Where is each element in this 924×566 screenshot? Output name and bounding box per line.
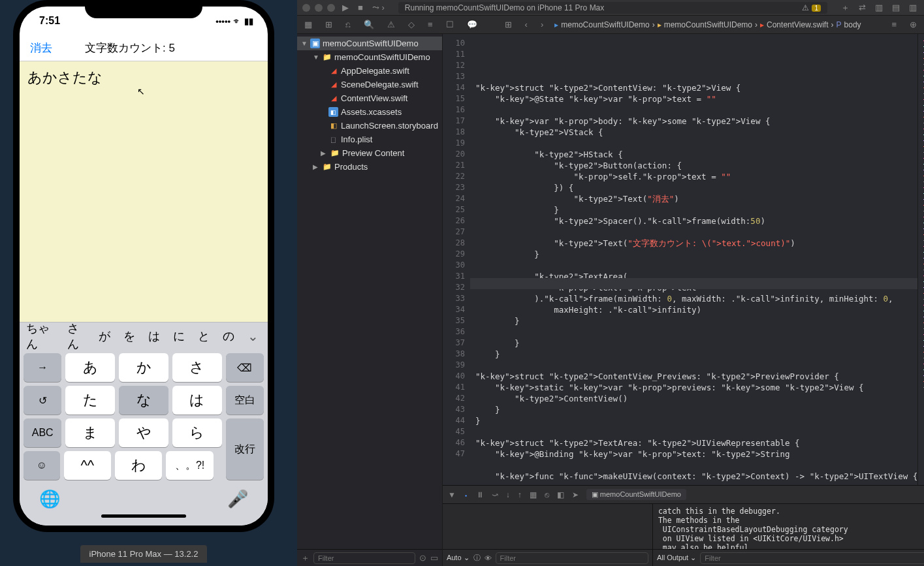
jump-bar[interactable]: ▦ ⊞ ⎌ 🔍 ⚠ ◇ ≡ ☐ 💬 ⊞ ‹ › ▸memoCountSwiftU…	[297, 16, 924, 34]
key[interactable]: わ	[115, 451, 162, 480]
variables-filter-input[interactable]	[496, 552, 648, 564]
key-space[interactable]: 空白	[226, 386, 264, 415]
tree-file[interactable]: ◢ AppDelegate.swift	[297, 64, 442, 78]
suggestion[interactable]: と	[191, 328, 216, 344]
nav-tab-icon[interactable]: ◇	[406, 20, 417, 29]
run-button[interactable]: ▶	[340, 3, 351, 12]
panel-bottom-icon[interactable]: ▤	[890, 3, 902, 12]
nav-tab-icon[interactable]: ≡	[426, 20, 435, 29]
key[interactable]: や	[119, 418, 168, 447]
activity-status: Running memoCountSwiftUIDemo on iPhone 1…	[398, 2, 827, 14]
minimap[interactable]	[917, 34, 924, 485]
recent-icon[interactable]: ⊙	[419, 553, 426, 563]
nav-tab-icon[interactable]: ☐	[444, 20, 456, 29]
suggestion[interactable]: が	[92, 328, 117, 344]
key-return[interactable]: 改行	[226, 418, 264, 480]
breakpoint-icon[interactable]: ⬩	[464, 490, 468, 499]
location-icon[interactable]: ➤	[572, 490, 579, 499]
text-area[interactable]: あかさたな	[20, 61, 268, 322]
key-undo[interactable]: ↺	[24, 386, 61, 415]
clear-button[interactable]: 消去	[30, 40, 52, 55]
tree-file[interactable]: ◧ LaunchScreen.storyboard	[297, 119, 442, 133]
home-indicator[interactable]	[101, 514, 186, 518]
window-controls[interactable]	[302, 4, 335, 12]
key[interactable]: か	[119, 353, 168, 382]
back-icon[interactable]: ‹	[523, 20, 530, 29]
memory-icon[interactable]: ⎋	[545, 490, 549, 499]
key-next[interactable]: →	[24, 353, 61, 382]
tree-group[interactable]: ▼ 📁memoCountSwiftUIDemo	[297, 50, 442, 64]
console-output[interactable]: catch this in the debugger. The methods …	[653, 504, 924, 549]
key-emoji[interactable]: ☺	[24, 451, 60, 480]
key[interactable]: な	[119, 386, 168, 415]
tree-project-root[interactable]: ▼▣ memoCountSwiftUIDemo	[297, 37, 442, 50]
auto-selector[interactable]: Auto ⌄	[447, 554, 470, 562]
tree-group[interactable]: ▶ 📁Preview Content	[297, 146, 442, 160]
key-abc[interactable]: ABC	[24, 418, 61, 447]
key[interactable]: ^^	[64, 451, 111, 480]
pause-icon[interactable]: ⏸	[476, 490, 484, 499]
suggestion[interactable]: の	[216, 328, 241, 344]
stop-button[interactable]: ■	[356, 3, 365, 12]
step-in-icon[interactable]: ↓	[506, 490, 510, 499]
output-selector[interactable]: All Output ⌄	[657, 554, 696, 562]
key[interactable]: は	[172, 386, 222, 415]
search-icon[interactable]: 🔍	[362, 20, 376, 29]
project-navigator[interactable]: ▼▣ memoCountSwiftUIDemo ▼ 📁memoCountSwif…	[297, 34, 443, 566]
suggestion[interactable]: は	[142, 328, 167, 344]
warning-badge[interactable]: 1	[812, 5, 821, 12]
key[interactable]: さ	[172, 353, 222, 382]
editor-options-icon[interactable]: ≡	[889, 20, 899, 29]
nav-tab-icon[interactable]: ⊞	[323, 20, 334, 29]
key[interactable]: あ	[65, 353, 115, 382]
tree-group[interactable]: ▶ 📁Products	[297, 160, 442, 174]
tree-file[interactable]: ⎕ Info.plist	[297, 133, 442, 146]
plus-icon[interactable]: ＋	[301, 552, 310, 564]
scheme-selector[interactable]: ⤳ ›	[370, 3, 387, 12]
code-review-icon[interactable]: ⇄	[857, 3, 868, 12]
tree-file[interactable]: ◢ ContentView.swift	[297, 91, 442, 105]
related-items-icon[interactable]: ⊞	[503, 20, 514, 29]
nav-title: 文字数カウント: 5	[85, 40, 175, 55]
key[interactable]: ま	[65, 418, 115, 447]
code-content[interactable]: "k-key">struct "k-type2">ContentView: "k…	[470, 34, 917, 485]
panel-left-icon[interactable]: ▥	[873, 3, 885, 12]
key[interactable]: 、。?!	[166, 451, 213, 480]
forward-icon[interactable]: ›	[539, 20, 545, 29]
add-editor-icon[interactable]: ⊕	[908, 20, 919, 29]
keyboard-suggestions[interactable]: ちゃん さん が を は に と の ⌄	[20, 322, 268, 349]
warnings-icon[interactable]: ⚠	[385, 20, 397, 29]
nav-tab-icon[interactable]: ⎌	[343, 20, 353, 29]
key[interactable]: ら	[172, 418, 222, 447]
keyboard[interactable]: → あ か さ ⌫ ↺ た な は 空白 ABC ま や ら	[20, 349, 268, 526]
line-gutter: 10 11 12 13 14 15 16 17 18 19 20 21 22 2…	[443, 34, 470, 485]
navigator-filter-input[interactable]	[313, 552, 415, 564]
hide-debug-icon[interactable]: ▼	[448, 490, 456, 499]
suggestion[interactable]: ちゃん	[20, 321, 61, 352]
view-debug-icon[interactable]: ▦	[530, 490, 537, 499]
suggestion[interactable]: さん	[61, 321, 92, 352]
scm-icon[interactable]: ▭	[430, 553, 438, 563]
breadcrumb[interactable]: ▸memoCountSwiftUIDemo › ▸memoCountSwiftU…	[554, 20, 861, 29]
nav-tab-icon[interactable]: ▦	[302, 20, 314, 29]
tree-file[interactable]: ◧ Assets.xcassets	[297, 105, 442, 119]
key-delete[interactable]: ⌫	[226, 353, 264, 382]
suggestion[interactable]: に	[167, 328, 191, 344]
plus-icon[interactable]: ＋	[839, 2, 852, 14]
console-filter-input[interactable]	[700, 552, 924, 564]
chevron-down-icon[interactable]: ⌄	[241, 328, 268, 344]
panel-right-icon[interactable]: ▥	[907, 3, 919, 12]
step-out-icon[interactable]: ↑	[518, 490, 522, 499]
globe-icon[interactable]: 🌐	[39, 489, 60, 509]
code-editor[interactable]: 10 11 12 13 14 15 16 17 18 19 20 21 22 2…	[443, 34, 924, 485]
mic-icon[interactable]: 🎤	[227, 489, 248, 509]
nav-tab-icon[interactable]: 💬	[465, 20, 479, 29]
step-over-icon[interactable]: ⤻	[492, 490, 498, 499]
info-icon[interactable]: ⓘ	[473, 553, 481, 563]
suggestion[interactable]: を	[117, 328, 142, 344]
key[interactable]: た	[65, 386, 115, 415]
debug-target[interactable]: ▣ memoCountSwiftUIDemo	[586, 489, 686, 500]
env-icon[interactable]: ◧	[557, 490, 564, 499]
tree-file[interactable]: ◢ SceneDelegate.swift	[297, 78, 442, 91]
eye-icon[interactable]: 👁	[485, 554, 492, 562]
